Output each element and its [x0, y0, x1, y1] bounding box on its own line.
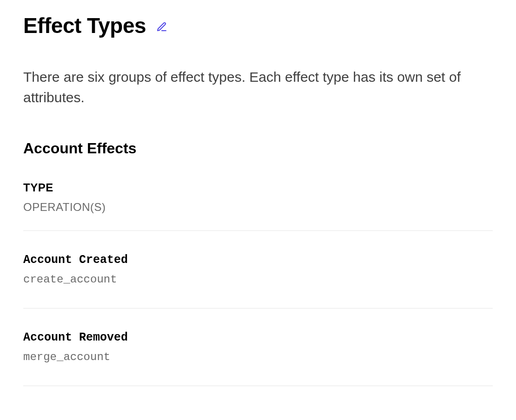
- item-operation: create_account: [23, 273, 493, 286]
- page-title: Effect Types: [23, 13, 146, 38]
- section-heading: Account Effects: [23, 140, 493, 157]
- item-type: Account Created: [23, 253, 493, 267]
- list-item: Account Removed merge_account: [23, 331, 493, 386]
- edit-icon[interactable]: [156, 21, 167, 33]
- column-operations-label: OPERATION(S): [23, 201, 493, 214]
- item-type: Account Removed: [23, 331, 493, 344]
- item-operation: merge_account: [23, 351, 493, 363]
- intro-text: There are six groups of effect types. Ea…: [23, 67, 493, 107]
- list-item: Account Created create_account: [23, 253, 493, 308]
- column-headers: TYPE OPERATION(S): [23, 181, 493, 231]
- column-type-label: TYPE: [23, 181, 493, 194]
